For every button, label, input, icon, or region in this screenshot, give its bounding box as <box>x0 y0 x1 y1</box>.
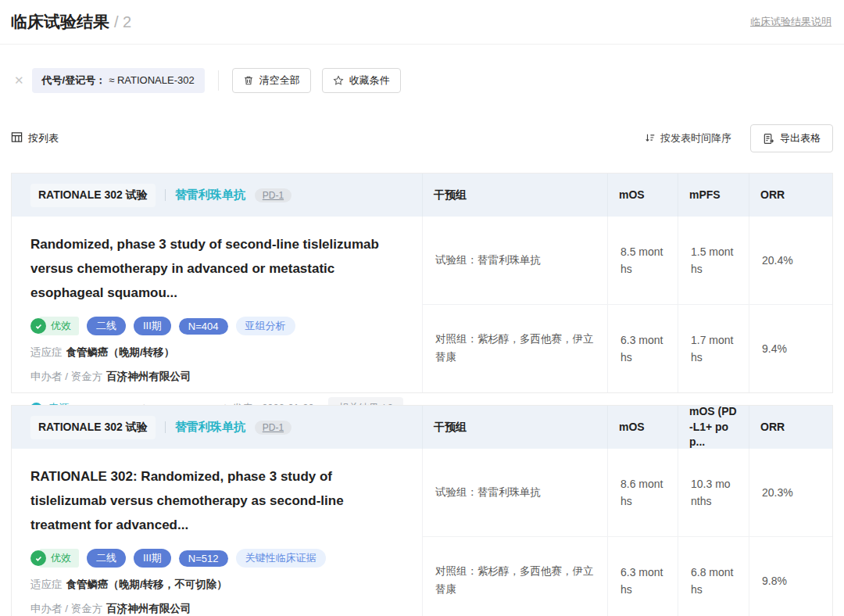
clear-all-label: 清空全部 <box>259 73 300 88</box>
target-tag[interactable]: PD-1 <box>255 421 291 435</box>
drug-link[interactable]: 替雷利珠单抗 <box>175 420 245 435</box>
page-header: 临床试验结果/ 2 临床试验结果说明 <box>0 0 844 45</box>
sponsor-value: 百济神州有限公司 <box>106 603 191 614</box>
view-mode-label: 按列表 <box>28 131 59 145</box>
divider <box>218 70 219 91</box>
mos-cell: 6.3 months <box>607 536 678 616</box>
mos-cell: 8.6 months <box>607 449 678 536</box>
sort-control[interactable]: 按发表时间降序 <box>645 131 731 145</box>
badge-row: 优效 二线 III期 N=404 亚组分析 <box>30 317 403 335</box>
phase-badge: III期 <box>134 317 171 335</box>
star-icon <box>333 75 344 86</box>
study-info: RATIONALE 302: Randomized, phase 3 study… <box>12 449 422 616</box>
column-header-group: 干预组 <box>422 406 607 449</box>
mpfs-cell: 1.7 months <box>678 304 749 392</box>
column-header-mos: mOS <box>607 406 678 449</box>
help-link[interactable]: 临床试验结果说明 <box>750 15 831 29</box>
orr-cell: 9.8% <box>749 536 832 616</box>
clear-all-button[interactable]: 清空全部 <box>232 68 311 93</box>
trial-card: RATIONALE 302 试验 替雷利珠单抗 PD-1 干预组 mOS mOS… <box>11 405 833 616</box>
page-title-text: 临床试验结果 <box>11 13 109 30</box>
sponsor-line: 申办者 / 资金方百济神州有限公司 <box>30 602 403 616</box>
trial-card: RATIONALE 302 试验 替雷利珠单抗 PD-1 干预组 mOS mPF… <box>11 173 833 393</box>
phase-badge: III期 <box>134 549 171 568</box>
page-title: 临床试验结果/ 2 <box>11 11 131 33</box>
indication-label: 适应症 <box>30 578 63 590</box>
line-badge: 二线 <box>87 549 126 568</box>
mos-cell: 6.3 months <box>607 304 678 392</box>
result-count: / 2 <box>114 13 131 30</box>
evidence-badge: 关键性临床证据 <box>236 549 326 568</box>
analysis-badge: 亚组分析 <box>236 317 295 335</box>
target-tag[interactable]: PD-1 <box>255 188 291 202</box>
check-seal-icon <box>30 550 46 566</box>
result-badge: 优效 <box>30 549 79 568</box>
line-badge: 二线 <box>87 317 126 335</box>
sort-label: 按发表时间降序 <box>660 131 731 145</box>
trial-name-tag[interactable]: RATIONALE 302 试验 <box>30 416 156 439</box>
group-cell: 对照组：紫杉醇，多西他赛，伊立替康 <box>422 304 607 392</box>
study-info: Randomized, phase 3 study of second-line… <box>12 217 422 392</box>
mos-pdl1-cell: 6.8 months <box>678 536 749 616</box>
export-icon <box>763 133 774 145</box>
result-badge: 优效 <box>30 317 79 335</box>
export-label: 导出表格 <box>780 131 821 145</box>
export-table-button[interactable]: 导出表格 <box>750 124 833 152</box>
card-header: RATIONALE 302 试验 替雷利珠单抗 PD-1 <box>12 406 422 449</box>
toolbar-right: 按发表时间降序 导出表格 <box>645 124 833 152</box>
group-cell: 试验组：替雷利珠单抗 <box>422 217 607 304</box>
sponsor-value: 百济神州有限公司 <box>106 371 191 382</box>
mpfs-cell: 1.5 months <box>678 217 749 304</box>
check-seal-icon <box>30 318 46 334</box>
toolbar: 按列表 按发表时间降序 导出表格 <box>0 124 844 152</box>
orr-cell: 20.4% <box>749 217 832 304</box>
sponsor-label: 申办者 / 资金方 <box>30 371 102 382</box>
study-title-link[interactable]: RATIONALE 302: Randomized, phase 3 study… <box>30 464 403 537</box>
filter-bar: ✕ 代号/登记号：≈ RATIONALE-302 清空全部 收藏条件 <box>0 45 844 93</box>
favorite-label: 收藏条件 <box>349 73 390 88</box>
indication-line: 适应症食管鳞癌（晚期/转移，不可切除） <box>30 578 403 592</box>
mos-pdl1-cell: 10.3 months <box>678 449 749 536</box>
list-view-icon <box>11 131 23 145</box>
remove-filter-icon[interactable]: ✕ <box>14 73 24 88</box>
sponsor-label: 申办者 / 资金方 <box>30 603 102 614</box>
trial-name-tag[interactable]: RATIONALE 302 试验 <box>30 184 156 207</box>
n-badge: N=512 <box>179 550 228 567</box>
filter-tag-label: 代号/登记号： <box>42 74 106 86</box>
indication-line: 适应症食管鳞癌（晚期/转移） <box>30 346 403 360</box>
orr-cell: 9.4% <box>749 304 832 392</box>
n-badge: N=404 <box>179 318 228 335</box>
mos-cell: 8.5 months <box>607 217 678 304</box>
group-cell: 试验组：替雷利珠单抗 <box>422 449 607 536</box>
column-header-mos: mOS <box>607 174 678 217</box>
trash-icon <box>243 75 254 86</box>
indication-value: 食管鳞癌（晚期/转移） <box>66 346 175 358</box>
sponsor-line: 申办者 / 资金方百济神州有限公司 <box>30 370 403 384</box>
column-header-mos-pdl1: mOS (PD-L1+ pop... <box>678 406 749 449</box>
column-header-mpfs: mPFS <box>678 174 749 217</box>
column-header-orr: ORR <box>749 406 832 449</box>
column-header-orr: ORR <box>749 174 832 217</box>
indication-label: 适应症 <box>30 346 63 358</box>
group-cell: 对照组：紫杉醇，多西他赛，伊立替康 <box>422 536 607 616</box>
filter-tag[interactable]: 代号/登记号：≈ RATIONALE-302 <box>32 68 205 93</box>
filter-tag-value: ≈ RATIONALE-302 <box>109 74 194 86</box>
result-cards: RATIONALE 302 试验 替雷利珠单抗 PD-1 干预组 mOS mPF… <box>11 173 833 616</box>
card-header: RATIONALE 302 试验 替雷利珠单抗 PD-1 <box>12 174 422 217</box>
favorite-button[interactable]: 收藏条件 <box>322 68 401 93</box>
sort-descending-icon <box>645 132 656 145</box>
orr-cell: 20.3% <box>749 449 832 536</box>
divider <box>165 189 166 201</box>
drug-link[interactable]: 替雷利珠单抗 <box>175 188 245 202</box>
column-header-group: 干预组 <box>422 174 607 217</box>
indication-value: 食管鳞癌（晚期/转移，不可切除） <box>66 578 227 590</box>
view-mode-toggle[interactable]: 按列表 <box>11 131 59 145</box>
divider <box>165 421 166 433</box>
study-title-link[interactable]: Randomized, phase 3 study of second-line… <box>30 232 403 305</box>
badge-row: 优效 二线 III期 N=512 关键性临床证据 <box>30 549 403 568</box>
